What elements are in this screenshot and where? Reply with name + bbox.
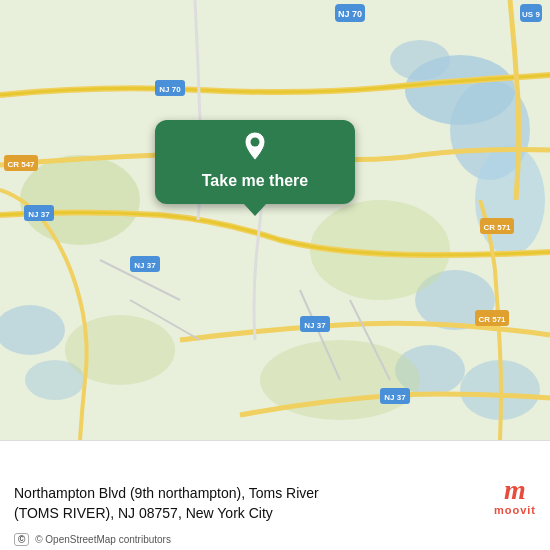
svg-text:NJ 37: NJ 37 xyxy=(384,393,406,402)
svg-text:CR 571: CR 571 xyxy=(478,315,506,324)
svg-text:CR 547: CR 547 xyxy=(7,160,35,169)
svg-text:NJ 37: NJ 37 xyxy=(28,210,50,219)
moovit-brand-text: moovit xyxy=(494,504,536,516)
svg-point-13 xyxy=(65,315,175,385)
tooltip-label: Take me there xyxy=(202,172,308,190)
svg-point-10 xyxy=(20,155,140,245)
svg-point-40 xyxy=(251,138,260,147)
svg-text:US 9: US 9 xyxy=(522,10,540,19)
svg-text:CR 571: CR 571 xyxy=(483,223,511,232)
address-container: © © OpenStreetMap contributors Northampt… xyxy=(14,468,482,523)
svg-text:NJ 37: NJ 37 xyxy=(134,261,156,270)
map-container: NJ 70 US 9 NJ 70 NJ 70 NJ 37 NJ 37 NJ 37… xyxy=(0,0,550,440)
take-me-there-button[interactable]: Take me there xyxy=(155,120,355,204)
svg-text:NJ 70: NJ 70 xyxy=(159,85,181,94)
location-pin-icon xyxy=(237,130,273,166)
svg-point-3 xyxy=(390,40,450,80)
moovit-letter: m xyxy=(504,476,526,504)
moovit-logo: m moovit xyxy=(494,476,536,516)
info-bar: © © OpenStreetMap contributors Northampt… xyxy=(0,440,550,550)
osm-credit: © © OpenStreetMap contributors xyxy=(14,533,171,546)
svg-text:NJ 37: NJ 37 xyxy=(304,321,326,330)
svg-text:NJ 70: NJ 70 xyxy=(338,9,362,19)
address-text: Northampton Blvd (9th northampton), Toms… xyxy=(14,484,482,523)
osm-logo: © xyxy=(14,533,29,546)
svg-point-4 xyxy=(475,145,545,255)
